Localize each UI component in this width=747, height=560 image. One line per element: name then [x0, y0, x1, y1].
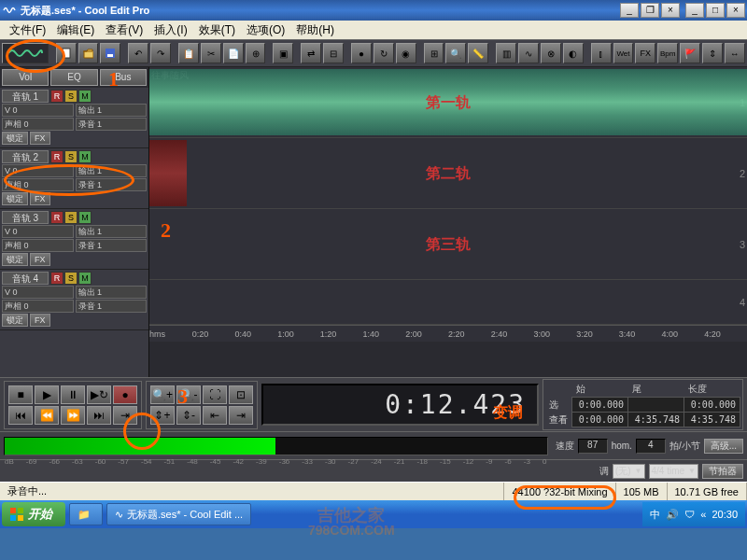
menu-file[interactable]: 文件(F): [4, 21, 51, 40]
track-lock[interactable]: 锁定: [2, 253, 28, 266]
group-icon[interactable]: ⊟: [323, 43, 344, 63]
zoom-left-icon[interactable]: ⇤: [203, 406, 227, 425]
stretch-icon[interactable]: ↔: [725, 43, 745, 63]
tray-clock[interactable]: 20:30: [712, 509, 738, 520]
track-mute[interactable]: M: [78, 90, 92, 103]
forward-button[interactable]: ⏩: [61, 406, 85, 425]
track-output[interactable]: 输出 1: [76, 164, 148, 177]
stop-button[interactable]: ■: [8, 385, 33, 404]
tray-shield-icon[interactable]: 🛡: [684, 509, 695, 520]
pause-button[interactable]: ⏸: [61, 385, 85, 404]
play-loop-button[interactable]: ▶↻: [87, 385, 111, 404]
ruler-icon[interactable]: 📏: [468, 43, 488, 63]
spectrum-icon[interactable]: ▥: [496, 43, 516, 63]
start-button[interactable]: 开始: [2, 502, 65, 526]
track-lane-4[interactable]: 4: [149, 280, 747, 325]
open-file-icon[interactable]: [78, 43, 99, 63]
menu-effects[interactable]: 效果(T): [193, 21, 241, 40]
close-button[interactable]: ×: [726, 3, 745, 18]
time-ruler[interactable]: hms0:200:401:001:201:402:002:202:403:003…: [149, 325, 747, 342]
zoom-sel-icon2[interactable]: ⊡: [229, 385, 253, 404]
track-record-arm[interactable]: R: [50, 90, 63, 103]
track-solo[interactable]: S: [64, 90, 78, 103]
track-rec-device[interactable]: 录音 1: [76, 239, 148, 252]
track-fx[interactable]: FX: [30, 314, 50, 327]
tab-eq[interactable]: EQ: [50, 69, 97, 86]
fx-icon[interactable]: FX: [635, 43, 655, 63]
menu-help[interactable]: 帮助(H): [290, 21, 340, 40]
copy-icon[interactable]: 📋: [178, 43, 199, 63]
menu-options[interactable]: 选项(O): [241, 21, 290, 40]
sel-begin[interactable]: 0:00.000: [572, 398, 628, 413]
track-lock[interactable]: 锁定: [2, 192, 28, 205]
track-mute[interactable]: M: [78, 272, 92, 285]
mono-icon[interactable]: ◉: [396, 43, 416, 63]
inner-close-button[interactable]: ×: [661, 3, 680, 18]
view-len[interactable]: 4:35.748: [684, 413, 740, 427]
track-record-arm[interactable]: R: [50, 272, 63, 285]
track-rec-device[interactable]: 录音 1: [76, 118, 148, 131]
track-lock[interactable]: 锁定: [2, 132, 28, 145]
track-output[interactable]: 输出 1: [76, 286, 148, 299]
menu-view[interactable]: 查看(V): [100, 21, 148, 40]
mix-paste-icon[interactable]: ⊕: [246, 43, 266, 63]
track-lane-1[interactable]: 1往事随风第一轨: [149, 67, 747, 138]
freq-icon[interactable]: ∿: [518, 43, 539, 63]
maximize-button[interactable]: □: [706, 3, 725, 18]
rewind-button[interactable]: ⏪: [35, 406, 59, 425]
taskbar-item-cooledit[interactable]: ∿无标题.ses* - Cool Edit ...: [106, 503, 251, 525]
zoom-out-v-icon[interactable]: ⇕-: [176, 406, 201, 425]
goto-end-button[interactable]: ⏭: [87, 406, 111, 425]
track-pan[interactable]: 声相 0: [2, 178, 74, 191]
track-name[interactable]: 音轨 2: [2, 150, 49, 163]
minimize-button[interactable]: _: [620, 3, 639, 18]
track-name[interactable]: 音轨 4: [2, 272, 49, 285]
zoom-full-icon[interactable]: ⛶: [203, 385, 227, 404]
play-button[interactable]: ▶: [35, 385, 59, 404]
marker-icon[interactable]: 🚩: [680, 43, 700, 63]
tempo-advanced-button[interactable]: 高级...: [704, 439, 743, 454]
phase-icon[interactable]: ⊗: [541, 43, 561, 63]
menu-edit[interactable]: 编辑(E): [51, 21, 100, 40]
track-volume[interactable]: V 0: [2, 286, 74, 299]
tray-volume-icon[interactable]: 🔊: [666, 509, 679, 521]
zoom-in-v-icon[interactable]: ⇕+: [150, 406, 175, 425]
zoom-sel-icon[interactable]: 🔍: [445, 43, 466, 63]
bpm-icon[interactable]: Bpm: [657, 43, 678, 63]
track-output[interactable]: 输出 1: [76, 104, 148, 117]
track-rec-device[interactable]: 录音 1: [76, 178, 148, 191]
tray-ime-icon[interactable]: 中: [650, 508, 660, 522]
taskbar-item-1[interactable]: 📁: [69, 503, 103, 525]
track-mute[interactable]: M: [78, 211, 92, 224]
track-fx[interactable]: FX: [30, 192, 50, 205]
track-volume[interactable]: V 0: [2, 225, 74, 238]
menu-insert[interactable]: 插入(I): [148, 21, 192, 40]
wet-icon[interactable]: Wet: [613, 43, 634, 63]
track-lane-2[interactable]: 2音轨 2第二轨: [149, 138, 747, 209]
track-pan[interactable]: 声相 0: [2, 118, 74, 131]
timesig-combo[interactable]: 4/4 time▼: [649, 464, 699, 479]
paste-icon[interactable]: 📄: [223, 43, 244, 63]
tempo-bpm[interactable]: 87: [578, 439, 608, 454]
pan-icon[interactable]: ◐: [563, 43, 584, 63]
track-fx[interactable]: FX: [30, 253, 50, 266]
track-mute[interactable]: M: [78, 150, 92, 163]
normalize-icon[interactable]: ⇕: [702, 43, 723, 63]
track-pan[interactable]: 声相 0: [2, 239, 74, 252]
track-volume[interactable]: V 0: [2, 164, 74, 177]
goto-start-button[interactable]: ⏮: [8, 406, 33, 425]
track-lane-3[interactable]: 3第三轨: [149, 209, 747, 280]
snap-icon[interactable]: ⊞: [424, 43, 444, 63]
track-rec-device[interactable]: 录音 1: [76, 300, 148, 313]
metronome-button[interactable]: 节拍器: [702, 464, 743, 479]
track-lock[interactable]: 锁定: [2, 314, 28, 327]
redo-icon[interactable]: ↷: [150, 43, 171, 63]
track-output[interactable]: 输出 1: [76, 225, 148, 238]
track-solo[interactable]: S: [64, 272, 78, 285]
track-name[interactable]: 音轨 3: [2, 211, 49, 224]
convert-icon[interactable]: ⇄: [301, 43, 321, 63]
goto-marker-button[interactable]: ⇥: [113, 406, 137, 425]
cut-icon[interactable]: ✂: [201, 43, 221, 63]
tab-bus[interactable]: Bus: [100, 69, 147, 86]
view-begin[interactable]: 0:00.000: [572, 413, 628, 427]
